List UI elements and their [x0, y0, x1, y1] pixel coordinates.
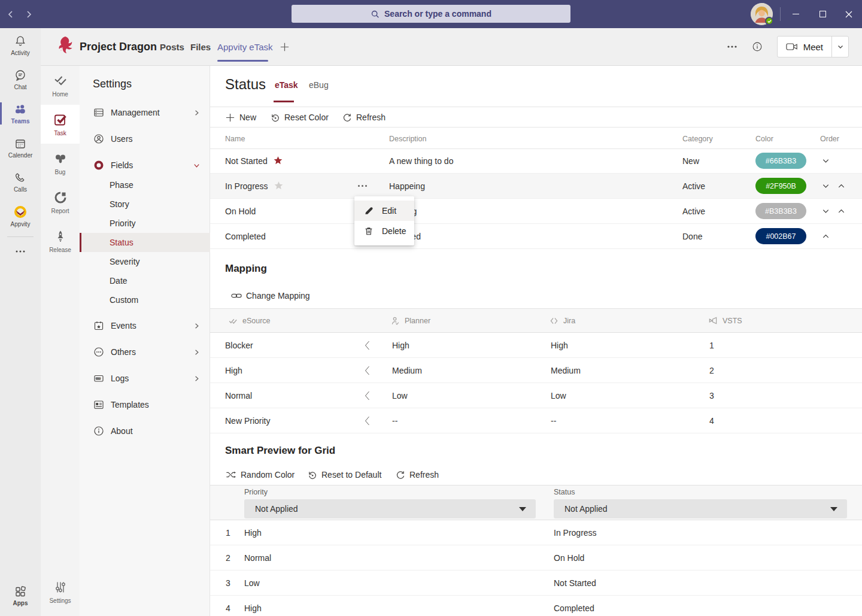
- chevron-down-icon: [193, 162, 201, 169]
- module-item-release[interactable]: Release: [41, 221, 80, 260]
- row-more-icon[interactable]: [357, 174, 368, 198]
- back-icon[interactable]: [6, 10, 16, 19]
- settings-item-others[interactable]: Others: [80, 339, 210, 365]
- status-row[interactable]: Not Started A new thing to do New #66B3B…: [210, 148, 862, 174]
- forward-icon[interactable]: [24, 10, 34, 19]
- color-pill[interactable]: #2F950B: [755, 178, 806, 194]
- change-mapping-button[interactable]: Change Mapping: [231, 286, 310, 305]
- star-outline-icon[interactable]: [274, 181, 284, 191]
- module-item-report[interactable]: Report: [41, 183, 80, 221]
- meet-button[interactable]: Meet: [777, 36, 849, 57]
- settings-subitem-priority[interactable]: Priority: [80, 214, 210, 233]
- mapping-row[interactable]: Normal Low Low 3: [210, 383, 862, 408]
- order-up-icon[interactable]: [837, 199, 846, 223]
- context-menu-delete[interactable]: Delete: [354, 221, 414, 241]
- status-category: New: [682, 148, 699, 173]
- appvity-logo-icon: [13, 205, 28, 219]
- settings-subitem-phase[interactable]: Phase: [80, 175, 210, 195]
- reset-color-button[interactable]: Reset Color: [270, 108, 329, 127]
- edit-label: Edit: [382, 206, 396, 216]
- settings-item-logs[interactable]: LOG Logs: [80, 365, 210, 392]
- star-filled-icon[interactable]: [273, 156, 283, 166]
- settings-subitem-status[interactable]: Status: [80, 233, 210, 252]
- new-button[interactable]: New: [225, 108, 256, 127]
- status-name: Completed: [225, 224, 266, 248]
- preview-row[interactable]: 3 Low Not Started: [210, 571, 862, 596]
- status-row[interactable]: In Progress Happeing Active #2F950B: [210, 174, 862, 199]
- status-name: In Progress: [225, 174, 284, 198]
- meet-dropdown-button[interactable]: [831, 37, 848, 57]
- mapping-row[interactable]: Blocker High High 1: [210, 333, 862, 358]
- settings-item-label: Logs: [111, 374, 193, 383]
- tab-posts[interactable]: Posts: [160, 28, 184, 65]
- preview-row[interactable]: 2 Normal On Hold: [210, 545, 862, 571]
- preview-row[interactable]: 4 High Completed: [210, 596, 862, 616]
- settings-item-management[interactable]: Management: [80, 99, 210, 126]
- events-icon: [93, 320, 105, 332]
- tab-ebug[interactable]: eBug: [309, 80, 329, 90]
- settings-subitem-story[interactable]: Story: [80, 195, 210, 214]
- info-icon[interactable]: [752, 41, 763, 52]
- module-item-home[interactable]: Home: [41, 66, 80, 105]
- rail-item-teams[interactable]: Teams: [0, 96, 41, 131]
- module-item-task[interactable]: Task: [41, 105, 80, 144]
- module-item-settings[interactable]: Settings: [41, 572, 80, 611]
- tab-etask[interactable]: eTask: [275, 80, 298, 90]
- preview-num: 2: [226, 545, 230, 570]
- settings-subitem-custom[interactable]: Custom: [80, 290, 210, 309]
- maximize-button[interactable]: [809, 0, 836, 28]
- settings-item-label: About: [111, 426, 210, 436]
- close-button[interactable]: [835, 0, 862, 28]
- tab-files[interactable]: Files: [190, 28, 211, 65]
- order-up-icon[interactable]: [821, 224, 830, 248]
- diamond-icon: [550, 316, 559, 326]
- rail-more-icon[interactable]: [0, 241, 41, 262]
- module-label: Report: [51, 208, 69, 214]
- order-down-icon[interactable]: [821, 174, 830, 198]
- rail-item-calls[interactable]: Calls: [0, 165, 41, 199]
- settings-subitem-date[interactable]: Date: [80, 271, 210, 290]
- context-menu-edit[interactable]: Edit: [354, 201, 414, 221]
- module-item-bug[interactable]: Bug: [41, 144, 80, 183]
- preview-refresh-button[interactable]: Refresh: [395, 465, 439, 484]
- col-header-vsts: VSTS: [708, 309, 742, 332]
- status-dropdown[interactable]: Not Applied: [554, 499, 847, 518]
- add-tab-button[interactable]: [279, 28, 290, 65]
- color-pill[interactable]: #B3B3B3: [755, 203, 806, 219]
- status-row[interactable]: On Hold Waiting Active #B3B3B3: [210, 199, 862, 224]
- col-header-category: Category: [682, 135, 713, 143]
- order-down-icon[interactable]: [821, 199, 830, 223]
- rail-item-calender[interactable]: Calender: [0, 131, 41, 165]
- settings-item-about[interactable]: About: [80, 418, 210, 444]
- settings-item-events[interactable]: Events: [80, 312, 210, 339]
- settings-subitem-severity[interactable]: Severity: [80, 252, 210, 271]
- settings-item-users[interactable]: Users: [80, 126, 210, 152]
- rail-item-appvity[interactable]: Appvity: [0, 199, 41, 233]
- release-rocket-icon: [53, 229, 68, 244]
- col-header-esource: eSource: [228, 309, 271, 332]
- refresh-button[interactable]: Refresh: [342, 108, 386, 127]
- mapping-vsts: 3: [709, 383, 714, 408]
- order-up-icon[interactable]: [837, 174, 846, 198]
- settings-item-fields[interactable]: Fields: [80, 152, 210, 178]
- random-color-button[interactable]: Random Color: [226, 465, 295, 484]
- order-down-icon[interactable]: [821, 148, 830, 173]
- priority-dropdown[interactable]: Not Applied: [244, 499, 536, 518]
- rail-item-chat[interactable]: Chat: [0, 62, 41, 96]
- color-pill[interactable]: #66B3B3: [755, 153, 806, 169]
- settings-item-templates[interactable]: Templates: [80, 392, 210, 418]
- rail-item-activity[interactable]: Activity: [0, 28, 41, 62]
- mapping-row[interactable]: New Priority -- -- 4: [210, 408, 862, 433]
- reset-to-default-button[interactable]: Reset to Default: [307, 465, 381, 484]
- status-row[interactable]: Completed Finished Done #002B67: [210, 224, 862, 249]
- preview-num: 4: [226, 596, 230, 616]
- rail-item-apps[interactable]: Apps: [0, 578, 41, 612]
- minimize-button[interactable]: [782, 0, 809, 28]
- mapping-row[interactable]: High Medium Medium 2: [210, 358, 862, 383]
- search-input[interactable]: Search or type a command: [292, 5, 570, 23]
- color-pill[interactable]: #002B67: [755, 228, 806, 244]
- col-header-order: Order: [820, 135, 839, 143]
- preview-row[interactable]: 1 High In Progress: [210, 520, 862, 545]
- more-options-icon[interactable]: [727, 45, 737, 48]
- calendar-icon: [14, 137, 27, 150]
